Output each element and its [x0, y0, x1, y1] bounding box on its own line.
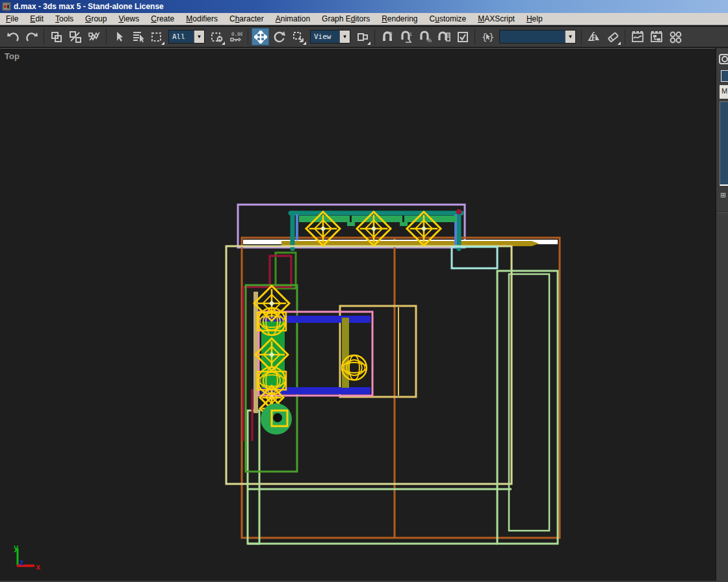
- command-panel-sliver: M ⊞: [715, 48, 728, 581]
- menu-group[interactable]: Group: [79, 13, 112, 25]
- link-icon: [50, 31, 63, 44]
- toolbar-separator: [473, 29, 477, 45]
- panel-divider: [718, 212, 728, 213]
- menu-modifiers[interactable]: Modifiers: [180, 13, 224, 25]
- panel-listbox-clipped[interactable]: [720, 101, 728, 186]
- keyboard-override-toggle[interactable]: [454, 28, 471, 45]
- reference-coord-dropdown[interactable]: View▼: [310, 30, 350, 44]
- align-button[interactable]: [604, 28, 621, 45]
- curve-editor-button[interactable]: [629, 28, 646, 45]
- reference-coord-dropdown-arrow[interactable]: ▼: [339, 31, 350, 43]
- undo-arrow-icon: [6, 31, 20, 44]
- use-pivot-center-button[interactable]: [354, 28, 371, 45]
- menu-edit[interactable]: Edit: [24, 13, 49, 25]
- select-by-name-button[interactable]: [129, 28, 146, 45]
- schematic-window-icon: [650, 31, 663, 44]
- selection-filter-dropdown-arrow[interactable]: ▼: [194, 31, 204, 43]
- spinner-snap-toggle[interactable]: 0.00: [227, 28, 244, 45]
- unlink-icon: [69, 31, 82, 44]
- select-and-scale-button[interactable]: [289, 28, 307, 45]
- toolbar-separator: [579, 29, 584, 45]
- named-selection-sets-button[interactable]: {}: [478, 28, 496, 45]
- window-title: d.max - 3ds max 5 - Stand-alone License: [14, 2, 164, 11]
- panel-button-label: M: [722, 87, 727, 95]
- main-toolbar: All▼0.00View▼31%{}▼: [0, 27, 728, 48]
- menu-file[interactable]: File: [0, 13, 24, 25]
- toolbar-separator: [623, 29, 627, 45]
- named-selection-dropdown-arrow[interactable]: ▼: [565, 31, 575, 43]
- percent-snap-button[interactable]: %: [416, 28, 434, 45]
- checkbox-icon: [456, 31, 469, 44]
- workspace: Top yzx M ⊞: [0, 48, 728, 581]
- menu-graph-editors[interactable]: Graph Editors: [316, 13, 376, 25]
- selection-filter-dropdown[interactable]: All▼: [168, 30, 205, 44]
- mirror-icon: [588, 31, 601, 44]
- menu-views[interactable]: Views: [112, 13, 145, 25]
- redo-arrow-icon: [25, 31, 38, 44]
- svg-text:0.00: 0.00: [231, 31, 242, 37]
- svg-text:3: 3: [389, 31, 393, 36]
- select-and-link-button[interactable]: [47, 28, 65, 45]
- magnet-list-icon: [437, 31, 450, 44]
- select-object-button[interactable]: [110, 28, 127, 45]
- menu-animation[interactable]: Animation: [270, 13, 316, 25]
- mirror-button[interactable]: [585, 28, 603, 45]
- menu-maxscript[interactable]: MAXScript: [472, 13, 521, 25]
- toolbar-separator: [372, 29, 377, 45]
- magnet-percent-icon: %: [419, 31, 432, 44]
- named-selection-dropdown[interactable]: ▼: [499, 30, 576, 44]
- material-spheres-icon: [669, 31, 682, 44]
- schematic-view-button[interactable]: [647, 28, 665, 45]
- named-selection-dropdown-value: [500, 31, 565, 43]
- menu-character[interactable]: Character: [224, 13, 270, 25]
- top-viewport[interactable]: Top yzx: [0, 48, 715, 581]
- select-and-move-button[interactable]: [252, 28, 269, 45]
- braces-cursor-icon: {}: [481, 31, 494, 44]
- window-crossing-toggle[interactable]: [208, 28, 226, 45]
- curve-window-icon: [631, 31, 644, 44]
- title-bar: d.max - 3ds max 5 - Stand-alone License: [0, 0, 728, 13]
- angle-snap-button[interactable]: 1: [397, 28, 415, 45]
- svg-text:1: 1: [410, 32, 412, 36]
- rotate-arrow-icon: [273, 31, 286, 44]
- selection-filter-dropdown-value: All: [169, 31, 194, 43]
- menu-rendering[interactable]: Rendering: [376, 13, 423, 25]
- svg-text:z: z: [20, 557, 24, 567]
- unlink-selection-button[interactable]: [66, 28, 84, 45]
- spacewarp-zigzag-icon: [88, 31, 101, 44]
- undo-button[interactable]: [4, 28, 21, 45]
- reference-coord-dropdown-value: View: [311, 31, 339, 43]
- menu-customize[interactable]: Customize: [424, 13, 473, 25]
- menu-help[interactable]: Help: [521, 13, 549, 25]
- magnet-angle-icon: 1: [400, 31, 413, 44]
- menu-create[interactable]: Create: [145, 13, 180, 25]
- material-editor-button[interactable]: [666, 28, 684, 45]
- snap-toggle-3d-button[interactable]: 3: [378, 28, 396, 45]
- bind-to-spacewarp-button[interactable]: [85, 28, 103, 45]
- toolbar-separator: [42, 29, 46, 45]
- spinner-snap-magnet-button[interactable]: [435, 28, 452, 45]
- toolbar-separator: [104, 29, 109, 45]
- menu-bar: FileEditToolsGroupViewsCreateModifiersCh…: [0, 13, 728, 25]
- viewport-scene: yzx: [0, 49, 715, 581]
- cursor-arrow-icon: [112, 31, 125, 44]
- toolbar-separator: [246, 29, 250, 45]
- panel-tab-icon[interactable]: [719, 53, 728, 65]
- svg-text:x: x: [36, 562, 41, 572]
- rect-selection-region-button[interactable]: [148, 28, 165, 45]
- menu-tools[interactable]: Tools: [49, 13, 79, 25]
- magnet-3-icon: 3: [381, 31, 394, 44]
- spinner-snap-icon: 0.00: [229, 31, 242, 44]
- redo-button[interactable]: [23, 28, 40, 45]
- svg-text:y: y: [14, 542, 19, 552]
- svg-text:%: %: [426, 37, 432, 44]
- panel-dropdown-clipped[interactable]: [721, 70, 728, 82]
- 3dsmax-logo-icon: [2, 2, 11, 11]
- move-cross-icon: [254, 31, 267, 44]
- viewport-label[interactable]: Top: [5, 51, 20, 61]
- panel-button-clipped[interactable]: M: [720, 85, 728, 99]
- panel-pin-icon[interactable]: ⊞: [720, 191, 726, 199]
- list-cursor-icon: [131, 31, 144, 44]
- select-and-rotate-button[interactable]: [270, 28, 288, 45]
